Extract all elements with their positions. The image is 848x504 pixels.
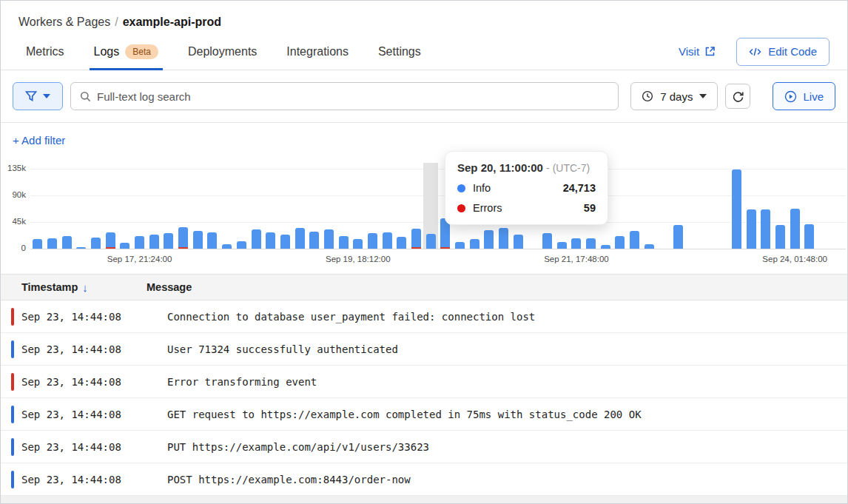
log-timestamp: Sep 23, 14:44:08 — [21, 474, 147, 485]
bar-info-segment — [426, 234, 436, 249]
chart-bar[interactable] — [368, 233, 377, 249]
chart-bar[interactable] — [775, 225, 785, 249]
chart-bar[interactable] — [732, 169, 741, 249]
table-row[interactable]: Sep 23, 14:44:08GET request to https://e… — [1, 398, 847, 431]
chart-bar[interactable] — [484, 230, 494, 249]
chevron-down-icon — [699, 94, 707, 98]
chart-bar[interactable] — [601, 245, 610, 249]
chart-bar[interactable] — [747, 209, 756, 249]
tab-settings[interactable]: Settings — [378, 33, 421, 70]
chart-bar[interactable] — [222, 244, 232, 249]
log-table-header: Timestamp ↓ Message — [1, 274, 847, 300]
x-axis-label: Sep 21, 17:48:00 — [544, 255, 609, 263]
bar-info-segment — [353, 239, 363, 249]
chart-bar[interactable] — [324, 229, 334, 249]
chart-bar[interactable] — [630, 231, 639, 249]
chart-bar[interactable] — [557, 242, 567, 249]
log-timestamp: Sep 23, 14:44:08 — [21, 441, 147, 453]
time-range-dropdown[interactable]: 7 days — [630, 82, 718, 110]
visit-link[interactable]: Visit — [679, 45, 716, 58]
search-input[interactable] — [97, 90, 609, 103]
chart-bar[interactable] — [411, 229, 421, 249]
chart-bar[interactable] — [135, 236, 144, 249]
log-message: Error transforming event — [167, 376, 317, 388]
external-link-icon — [704, 46, 716, 57]
chart-bar[interactable] — [120, 243, 129, 249]
table-row[interactable]: Sep 23, 14:44:08PUT https://example.com/… — [1, 431, 847, 463]
filter-funnel-icon — [25, 90, 37, 102]
table-row[interactable]: Sep 23, 14:44:08Connection to database u… — [1, 300, 847, 333]
chart-bar[interactable] — [91, 238, 101, 249]
chart-baseline — [30, 249, 846, 249]
chart-bar[interactable] — [645, 244, 654, 249]
chart-bar[interactable] — [178, 227, 188, 249]
workers-logs-page: Workers & Pages/example-api-prod Metrics… — [0, 0, 848, 504]
chart-bar[interactable] — [514, 235, 523, 249]
bar-errors-segment — [106, 247, 115, 249]
filter-dropdown-button[interactable] — [13, 82, 63, 110]
add-filter-button[interactable]: + Add filter — [1, 123, 77, 152]
table-row[interactable]: Sep 23, 14:44:08Error transforming event — [1, 366, 847, 398]
bar-info-segment — [324, 229, 334, 249]
chevron-down-icon — [43, 94, 50, 98]
tab-deployments[interactable]: Deployments — [188, 33, 257, 70]
bar-info-segment — [484, 230, 494, 249]
chart-bar[interactable] — [193, 231, 203, 249]
chart-bar[interactable] — [761, 209, 770, 249]
breadcrumb: Workers & Pages/example-api-prod — [1, 1, 847, 33]
chart-bar[interactable] — [252, 229, 261, 249]
chart-bar[interactable] — [207, 232, 217, 249]
chart-bar[interactable] — [353, 239, 363, 249]
chart-bar[interactable] — [47, 238, 57, 249]
bar-info-segment — [455, 242, 465, 249]
x-axis-label: Sep 19, 18:12:00 — [326, 255, 391, 263]
tab-logs[interactable]: Logs Beta — [94, 33, 158, 70]
column-header-timestamp[interactable]: Timestamp ↓ — [1, 281, 147, 294]
bar-info-segment — [368, 233, 377, 249]
chart-plot[interactable] — [30, 169, 846, 249]
clock-icon — [642, 90, 653, 102]
chart-bar[interactable] — [383, 232, 392, 249]
chart-bar[interactable] — [542, 233, 552, 249]
chart-bar[interactable] — [266, 232, 275, 249]
chart-bar[interactable] — [804, 224, 814, 249]
chart-bar[interactable] — [397, 237, 406, 249]
x-axis-label: Sep 24, 01:48:00 — [762, 255, 827, 263]
chart-bar[interactable] — [499, 228, 508, 249]
chart-bar[interactable] — [76, 247, 86, 249]
tab-integrations[interactable]: Integrations — [286, 33, 349, 70]
bar-info-segment — [761, 209, 770, 249]
tab-metrics[interactable]: Metrics — [26, 33, 64, 70]
chart-bar[interactable] — [615, 236, 625, 249]
chart-bar[interactable] — [790, 209, 800, 249]
search-icon — [80, 91, 91, 102]
chart-bar[interactable] — [106, 232, 115, 249]
chart-bar[interactable] — [309, 232, 319, 249]
chart-bar[interactable] — [586, 238, 596, 249]
chart-bar[interactable] — [62, 236, 72, 249]
chart-bar[interactable] — [149, 235, 159, 249]
bar-info-segment — [222, 244, 232, 249]
chart-bar[interactable] — [237, 241, 246, 249]
table-row[interactable]: Sep 23, 14:44:08POST https://example.com… — [1, 463, 847, 496]
chart-bar[interactable] — [280, 235, 290, 249]
chart-bar[interactable] — [295, 228, 305, 249]
bar-info-segment — [76, 247, 86, 249]
log-level-indicator — [11, 308, 14, 326]
chart-bar[interactable] — [339, 236, 349, 249]
chart-bar[interactable] — [455, 242, 465, 249]
breadcrumb-section[interactable]: Workers & Pages — [18, 16, 110, 28]
table-row[interactable]: Sep 23, 14:44:08User 71324 successfully … — [1, 333, 847, 366]
edit-code-button[interactable]: Edit Code — [736, 38, 830, 66]
log-level-indicator — [11, 438, 14, 456]
refresh-button[interactable] — [725, 84, 750, 109]
chart-bar[interactable] — [571, 238, 581, 249]
live-button[interactable]: Live — [773, 82, 835, 110]
log-table-body: Sep 23, 14:44:08Connection to database u… — [1, 300, 847, 496]
chart-bar[interactable] — [164, 233, 173, 249]
chart-bar[interactable] — [470, 239, 479, 249]
chart-bar[interactable] — [673, 225, 683, 249]
chart-bar[interactable] — [426, 234, 436, 249]
chart-bar[interactable] — [33, 239, 42, 249]
table-row-partial — [1, 496, 847, 503]
